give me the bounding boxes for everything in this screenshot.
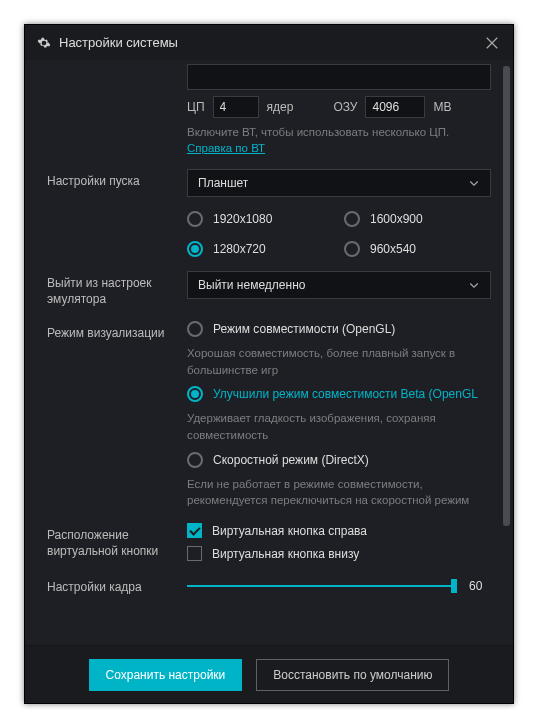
res-1600x900[interactable]: 1600x900: [344, 211, 491, 227]
render-label: Режим визуализации: [47, 321, 187, 509]
settings-dialog: Настройки системы ЦП ядер: [24, 24, 514, 704]
radio-icon: [187, 321, 203, 337]
exit-select-value: Выйти немедленно: [198, 278, 305, 292]
content-area: ЦП ядер ОЗУ МВ Включите ВТ, чтобы исполь…: [25, 60, 513, 611]
vt-hint: Включите ВТ, чтобы использовать нескольк…: [187, 124, 491, 141]
radio-icon: [187, 211, 203, 227]
chevron-down-icon: [468, 279, 480, 291]
scrollbar[interactable]: [503, 66, 510, 636]
render-directx[interactable]: Скоростной режим (DirectX): [187, 452, 491, 468]
radio-icon: [187, 452, 203, 468]
launch-select-value: Планшет: [198, 176, 248, 190]
radio-icon: [344, 211, 360, 227]
close-icon[interactable]: [485, 36, 499, 50]
reset-button[interactable]: Восстановить по умолчанию: [256, 659, 449, 691]
titlebar: Настройки системы: [25, 25, 513, 60]
cores-label: ядер: [267, 100, 294, 114]
window-title: Настройки системы: [59, 35, 178, 50]
vbtn-bottom[interactable]: Виртуальная кнопка внизу: [187, 546, 491, 561]
vt-link[interactable]: Справка по ВТ: [187, 142, 265, 154]
res-1280x720[interactable]: 1280x720: [187, 241, 334, 257]
vbtn-label: Расположение виртуальной кнопки: [47, 523, 187, 561]
frame-label: Настройки кадра: [47, 575, 187, 597]
frame-value: 60: [469, 579, 491, 593]
exit-select[interactable]: Выйти немедленно: [187, 271, 491, 299]
render-opengl[interactable]: Режим совместимости (OpenGL): [187, 321, 491, 337]
render-directx-hint: Если не работает в режиме совместимости,…: [187, 476, 491, 509]
save-button[interactable]: Сохранить настройки: [89, 659, 243, 691]
radio-icon: [187, 386, 203, 402]
cpu-input[interactable]: [213, 96, 259, 118]
res-960x540[interactable]: 960x540: [344, 241, 491, 257]
radio-icon: [187, 241, 203, 257]
render-opengl-hint: Хорошая совместимость, более плавный зап…: [187, 345, 491, 378]
vbtn-right[interactable]: Виртуальная кнопка справа: [187, 523, 491, 538]
gear-icon: [37, 36, 51, 50]
ram-input[interactable]: [365, 96, 425, 118]
slider-thumb[interactable]: [451, 579, 457, 593]
truncated-field[interactable]: [187, 64, 491, 90]
ram-unit: МВ: [433, 100, 451, 114]
exit-label: Выйти из настроек эмулятора: [47, 271, 187, 307]
checkbox-icon: [187, 523, 202, 538]
render-opengl-beta[interactable]: Улучшили режим совместимости Beta (OpenG…: [187, 386, 491, 402]
ram-label: ОЗУ: [333, 100, 357, 114]
launch-select[interactable]: Планшет: [187, 169, 491, 197]
truncated-label: [47, 64, 187, 74]
scrollbar-thumb[interactable]: [503, 66, 510, 526]
radio-icon: [344, 241, 360, 257]
chevron-down-icon: [468, 177, 480, 189]
res-1920x1080[interactable]: 1920x1080: [187, 211, 334, 227]
cpu-label: ЦП: [187, 100, 205, 114]
render-opengl-beta-hint: Удерживает гладкость изображения, сохран…: [187, 410, 491, 443]
checkbox-icon: [187, 546, 202, 561]
frame-slider[interactable]: [187, 585, 457, 587]
footer: Сохранить настройки Восстановить по умол…: [25, 645, 513, 703]
launch-label: Настройки пуска: [47, 169, 187, 257]
